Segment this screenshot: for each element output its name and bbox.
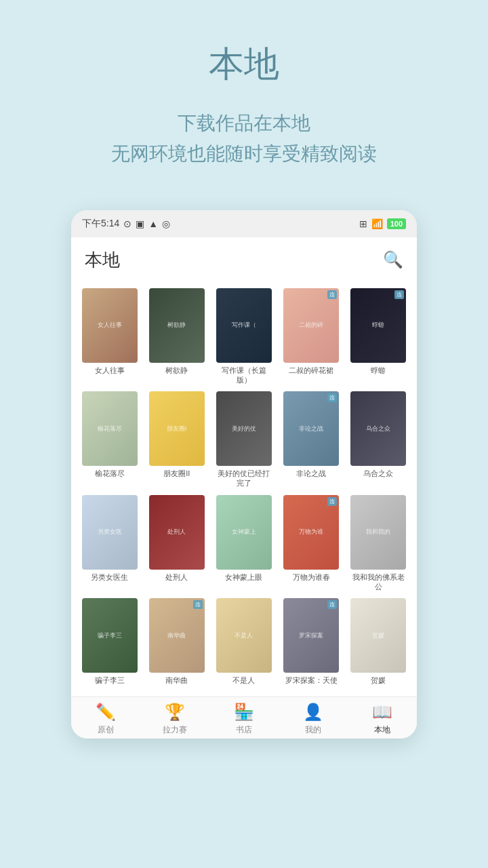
- book-item[interactable]: 不是人不是人: [214, 598, 274, 685]
- book-badge: 连: [327, 497, 337, 506]
- nav-label-lalisai: 拉力赛: [163, 724, 187, 736]
- book-cover: 处刑人: [149, 495, 205, 570]
- book-title: 我和我的佛系老公: [350, 572, 406, 592]
- status-icon-4: ◎: [162, 218, 170, 229]
- book-title: 榆花落尽: [82, 469, 138, 478]
- nav-icon-lalisai: 🏆: [165, 703, 185, 722]
- nav-label-bendi: 本地: [374, 724, 390, 736]
- nav-icon-bendi: 📖: [372, 703, 392, 722]
- book-item[interactable]: 连二叔的碎二叔的碎花裙: [281, 288, 342, 385]
- book-item[interactable]: 连罗宋探案罗宋探案：天使: [281, 598, 342, 685]
- app-header: 本地 🔍: [71, 237, 417, 283]
- bottom-nav: ✏️原创🏆拉力赛🏪书店👤我的📖本地: [71, 696, 417, 738]
- book-cover: 连万物为谁: [283, 495, 339, 570]
- battery-display: 100: [387, 218, 406, 229]
- book-title: 蜉蝣: [350, 366, 406, 375]
- nav-item-wode[interactable]: 👤我的: [279, 703, 348, 736]
- phone-mockup: 下午5:14 ⊙ ▣ ▲ ◎ ⊞ 📶 100 本地 🔍 女人往事女人往事树欲静树…: [71, 210, 417, 738]
- screen-icon: ⊞: [359, 218, 367, 229]
- book-cover: 美好的仗: [216, 391, 272, 466]
- book-title: 另类女医生: [82, 572, 138, 582]
- book-title: 骗子李三: [82, 675, 138, 685]
- nav-item-lalisai[interactable]: 🏆拉力赛: [140, 703, 209, 736]
- book-item[interactable]: 女人往事女人往事: [79, 288, 140, 385]
- nav-icon-wode: 👤: [303, 703, 323, 722]
- book-cover: 乌合之众: [350, 391, 406, 466]
- book-badge: 连: [193, 600, 203, 609]
- book-item[interactable]: 女神蒙上女神蒙上眼: [214, 495, 274, 592]
- wifi-icon: 📶: [371, 218, 383, 229]
- status-right: ⊞ 📶 100: [359, 218, 406, 229]
- status-icon-3: ▲: [148, 218, 158, 229]
- book-cover: 女人往事: [82, 288, 138, 363]
- book-cover: 连罗宋探案: [283, 598, 339, 673]
- book-title: 非论之战: [283, 469, 339, 478]
- book-cover: 朋友圈I: [149, 391, 205, 466]
- nav-label-shudian: 书店: [236, 724, 252, 736]
- book-cover: 女神蒙上: [216, 495, 272, 570]
- book-item[interactable]: 连蜉蝣蜉蝣: [348, 288, 409, 385]
- nav-icon-yuanchuang: ✏️: [96, 703, 116, 722]
- book-title: 美好的仗已经打完了: [216, 469, 272, 488]
- book-item[interactable]: 骗子李三骗子李三: [79, 598, 140, 685]
- book-item[interactable]: 写作课（写作课（长篇版）: [214, 288, 274, 385]
- time-display: 下午5:14: [82, 218, 119, 230]
- book-title: 罗宋探案：天使: [283, 675, 339, 685]
- book-cover: 连非论之战: [283, 391, 339, 466]
- book-item[interactable]: 连万物为谁万物为谁春: [281, 495, 342, 592]
- book-title: 朋友圈II: [149, 469, 205, 478]
- status-icon-2: ▣: [136, 218, 144, 229]
- status-left: 下午5:14 ⊙ ▣ ▲ ◎: [82, 218, 170, 230]
- book-title: 女神蒙上眼: [216, 572, 272, 582]
- book-title: 贺媛: [350, 675, 406, 685]
- book-badge: 连: [327, 393, 337, 402]
- book-title: 乌合之众: [350, 469, 406, 478]
- book-title: 写作课（长篇版）: [216, 366, 272, 385]
- book-title: 女人往事: [82, 366, 138, 375]
- book-cover: 树欲静: [149, 288, 205, 363]
- book-grid: 女人往事女人往事树欲静树欲静写作课（写作课（长篇版）连二叔的碎二叔的碎花裙连蜉蝣…: [71, 283, 417, 696]
- nav-item-bendi[interactable]: 📖本地: [348, 703, 417, 736]
- book-item[interactable]: 朋友圈I朋友圈II: [146, 391, 207, 488]
- book-cover: 连南华曲: [149, 598, 205, 673]
- book-item[interactable]: 我和我的我和我的佛系老公: [348, 495, 409, 592]
- book-cover: 写作课（: [216, 288, 272, 363]
- book-item[interactable]: 树欲静树欲静: [146, 288, 207, 385]
- book-title: 二叔的碎花裙: [283, 366, 339, 375]
- book-cover: 不是人: [216, 598, 272, 673]
- book-cover: 连二叔的碎: [283, 288, 339, 363]
- book-cover: 连蜉蝣: [350, 288, 406, 363]
- book-item[interactable]: 连南华曲南华曲: [146, 598, 207, 685]
- book-item[interactable]: 美好的仗美好的仗已经打完了: [214, 391, 274, 488]
- nav-item-shudian[interactable]: 🏪书店: [209, 703, 279, 736]
- book-title: 处刑人: [149, 572, 205, 582]
- book-badge: 连: [394, 290, 404, 299]
- book-cover: 骗子李三: [82, 598, 138, 673]
- search-button[interactable]: 🔍: [383, 250, 403, 269]
- nav-icon-shudian: 🏪: [234, 703, 254, 722]
- promo-title: 本地: [209, 41, 279, 88]
- book-badge: 连: [327, 600, 337, 609]
- book-title: 树欲静: [149, 366, 205, 375]
- nav-item-yuanchuang[interactable]: ✏️原创: [71, 703, 140, 736]
- status-bar: 下午5:14 ⊙ ▣ ▲ ◎ ⊞ 📶 100: [71, 210, 417, 237]
- book-cover: 另类女医: [82, 495, 138, 570]
- book-cover: 榆花落尽: [82, 391, 138, 466]
- book-item[interactable]: 乌合之众乌合之众: [348, 391, 409, 488]
- status-icon-1: ⊙: [123, 218, 131, 229]
- book-cover: 我和我的: [350, 495, 406, 570]
- book-badge: 连: [327, 290, 337, 299]
- nav-label-wode: 我的: [305, 724, 321, 736]
- book-title: 南华曲: [149, 675, 205, 685]
- book-cover: 贺媛: [350, 598, 406, 673]
- page-title: 本地: [85, 248, 120, 272]
- promo-area: 本地 下载作品在本地 无网环境也能随时享受精致阅读: [0, 0, 488, 197]
- book-item[interactable]: 连非论之战非论之战: [281, 391, 342, 488]
- book-item[interactable]: 贺媛贺媛: [348, 598, 409, 685]
- book-item[interactable]: 处刑人处刑人: [146, 495, 207, 592]
- nav-label-yuanchuang: 原创: [98, 724, 114, 736]
- book-title: 万物为谁春: [283, 572, 339, 582]
- book-item[interactable]: 另类女医另类女医生: [79, 495, 140, 592]
- book-title: 不是人: [216, 675, 272, 685]
- book-item[interactable]: 榆花落尽榆花落尽: [79, 391, 140, 488]
